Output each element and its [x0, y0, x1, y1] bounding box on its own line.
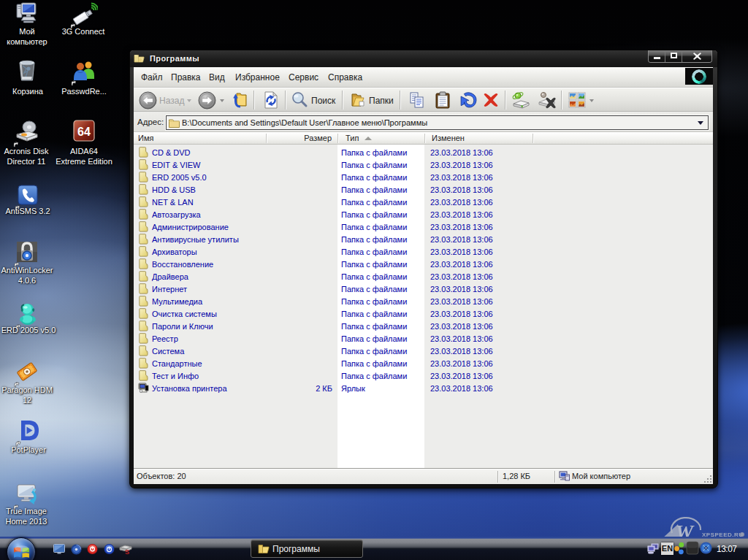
- svg-text:64: 64: [77, 126, 91, 138]
- svg-text:S: S: [125, 548, 129, 555]
